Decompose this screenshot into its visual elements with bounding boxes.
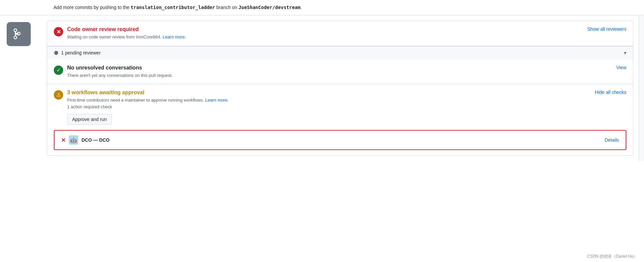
workflows-desc-text: First-time contributors need a maintaine…: [67, 98, 204, 103]
dco-x-icon: ✕: [61, 137, 65, 143]
code-owner-section: ✕ Code owner review required Waiting on …: [47, 21, 633, 46]
hide-all-checks-link[interactable]: Hide all checks: [595, 90, 626, 95]
green-check-circle: ✓: [54, 66, 63, 75]
pending-reviewer-label: 1 pending reviewer: [61, 50, 101, 55]
dco-details-link[interactable]: Details: [605, 137, 619, 143]
conversations-right: View: [616, 65, 626, 70]
conversations-section: ✓ No unresolved conversations There aren…: [47, 59, 633, 85]
dco-label: DCO — DCO: [82, 137, 110, 143]
dco-avatar: 🤖: [69, 135, 78, 145]
workflows-text-block: 3 workflows awaiting approval First-time…: [67, 90, 228, 125]
red-x-circle: ✕: [54, 27, 63, 36]
svg-point-0: [14, 29, 17, 31]
code-owner-desc-text: Waiting on code owner review from IronCo…: [67, 34, 161, 39]
conversations-header: ✓ No unresolved conversations There aren…: [54, 65, 626, 79]
branch-suffix: branch on: [215, 5, 238, 10]
dco-row: ✕ 🤖 DCO — DCO Details: [54, 130, 626, 150]
warning-icon: ⚠: [54, 90, 63, 100]
left-sidebar: [0, 15, 47, 161]
repo-name: JueShanCoder/devstream: [238, 5, 300, 10]
top-message-bar: Add more commits by pushing to the trans…: [0, 0, 644, 15]
conversations-text-block: No unresolved conversations There aren't…: [67, 65, 172, 79]
page-container: Add more commits by pushing to the trans…: [0, 0, 644, 262]
main-content: ✕ Code owner review required Waiting on …: [0, 15, 644, 161]
conversations-title: No unresolved conversations: [67, 65, 172, 71]
workflows-right: Hide all checks: [595, 90, 626, 95]
show-all-reviewers-link[interactable]: Show all reviewers: [587, 26, 626, 32]
error-icon: ✕: [54, 27, 63, 36]
workflows-header: ⚠ 3 workflows awaiting approval First-ti…: [54, 90, 626, 125]
content-area: ✕ Code owner review required Waiting on …: [47, 21, 633, 156]
code-owner-text-block: Code owner review required Waiting on co…: [67, 26, 186, 40]
pending-reviewer-left: ⚉ 1 pending reviewer: [54, 50, 101, 56]
code-owner-left: ✕ Code owner review required Waiting on …: [54, 26, 581, 40]
conversations-left: ✓ No unresolved conversations There aren…: [54, 65, 610, 79]
yellow-warning-circle: ⚠: [54, 90, 63, 100]
code-owner-right: Show all reviewers: [587, 26, 626, 32]
scrollbar-area: [639, 15, 644, 161]
git-icon-box: [7, 22, 31, 46]
dco-left: ✕ 🤖 DCO — DCO: [61, 135, 110, 145]
top-message-text: Add more commits by pushing to the: [53, 5, 131, 10]
person-icon: ⚉: [54, 50, 58, 56]
conversations-desc: There aren't yet any conversations on th…: [67, 72, 172, 79]
view-link[interactable]: View: [616, 65, 626, 70]
workflows-desc-line1: First-time contributors need a maintaine…: [67, 97, 228, 104]
code-owner-header: ✕ Code owner review required Waiting on …: [54, 26, 626, 40]
success-icon: ✓: [54, 66, 63, 75]
code-owner-desc: Waiting on code owner review from IronCo…: [67, 34, 186, 40]
workflows-learn-more-link[interactable]: Learn more.: [205, 98, 228, 103]
top-message-period: .: [300, 5, 302, 10]
workflows-section: ⚠ 3 workflows awaiting approval First-ti…: [47, 84, 633, 155]
chevron-down-icon[interactable]: ▾: [624, 50, 626, 55]
watermark: CSDN @胡涛（Daniel Hu）: [587, 254, 637, 259]
workflows-desc-line2: 1 action required check: [67, 104, 228, 110]
pending-reviewer-bar[interactable]: ⚉ 1 pending reviewer ▾: [47, 46, 633, 59]
workflows-left: ⚠ 3 workflows awaiting approval First-ti…: [54, 90, 588, 125]
git-branch-icon: [12, 27, 25, 41]
branch-name: translation_contributor_ladder: [131, 5, 215, 10]
svg-point-2: [14, 36, 17, 39]
code-owner-title: Code owner review required: [67, 26, 186, 32]
code-owner-learn-more-link[interactable]: Learn more.: [163, 34, 186, 39]
approve-and-run-button[interactable]: Approve and run: [67, 114, 112, 125]
dco-row-wrapper: ✕ 🤖 DCO — DCO Details: [54, 130, 626, 150]
workflows-title: 3 workflows awaiting approval: [67, 90, 228, 96]
